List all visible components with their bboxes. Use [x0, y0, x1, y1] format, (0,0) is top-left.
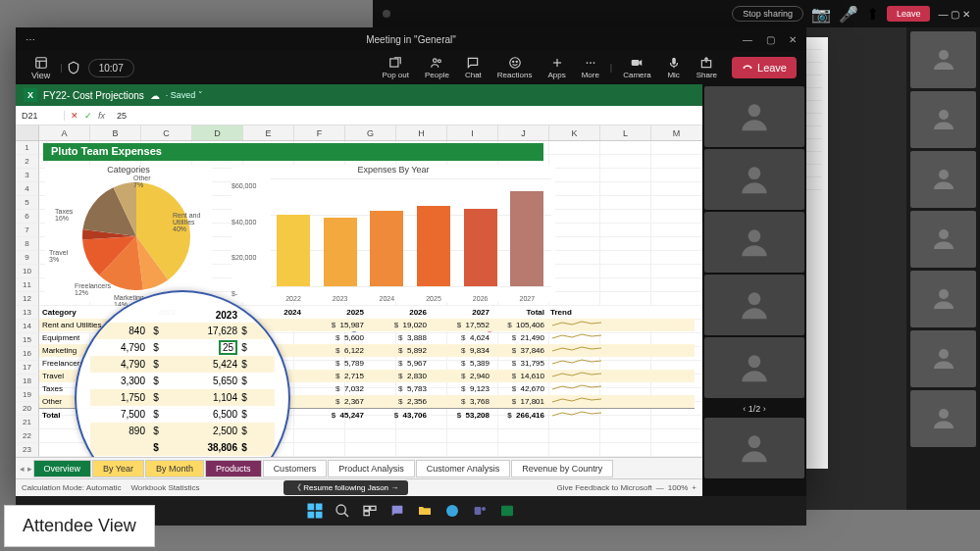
cell-total[interactable]: $ 21,490 [492, 331, 547, 344]
fx-icon[interactable]: fx [98, 111, 105, 121]
row-header[interactable]: 9 [16, 251, 39, 265]
row-header[interactable]: 16 [16, 347, 39, 361]
tab-products[interactable]: Products [205, 460, 262, 477]
video-tile[interactable] [704, 86, 804, 147]
cell-total[interactable]: $ 266,416 [492, 409, 547, 421]
col-header[interactable]: D [192, 125, 243, 140]
video-tile[interactable] [910, 390, 976, 447]
cell-value[interactable]: $ 3,888 [367, 331, 430, 344]
row-header[interactable]: 8 [16, 237, 39, 251]
col-header[interactable]: I [447, 125, 498, 140]
col-header[interactable]: F [294, 125, 345, 140]
zoom-out-icon[interactable]: — [656, 483, 664, 492]
formula-value[interactable]: 25 [111, 111, 132, 121]
workbook-stats[interactable]: Workbook Statistics [130, 483, 199, 492]
row-header[interactable]: 6 [16, 210, 39, 224]
leave-button[interactable]: Leave [732, 57, 797, 78]
col-header[interactable]: G [345, 125, 396, 140]
worksheet[interactable]: 1234567891011121314151617181920212223242… [16, 141, 702, 457]
share-icon[interactable]: ⬆ [866, 5, 879, 24]
row-header[interactable]: 4 [16, 182, 39, 196]
cell-value[interactable]: $ 2,715 [304, 370, 367, 382]
video-tile[interactable] [910, 91, 976, 148]
cell-value[interactable]: $ 5,600 [304, 331, 367, 344]
chat-button[interactable]: Chat [458, 56, 489, 79]
window-controls[interactable]: — ▢ ✕ [938, 9, 970, 20]
row-header[interactable]: 15 [16, 333, 39, 347]
name-box[interactable]: D21 [16, 111, 65, 121]
camera-button[interactable]: Camera [616, 56, 657, 79]
formula-bar[interactable]: D21 ✕ ✓ fx 25 [16, 106, 702, 125]
close-button[interactable]: ✕ [789, 34, 797, 45]
cell-value[interactable]: $ 5,783 [367, 382, 430, 395]
video-tile[interactable] [910, 211, 976, 268]
video-tile[interactable] [704, 275, 804, 335]
row-header[interactable]: 11 [16, 278, 39, 292]
cell-value[interactable]: $ 53,208 [430, 409, 492, 421]
popout-button[interactable]: Pop out [375, 56, 416, 79]
col-header[interactable]: E [243, 125, 294, 140]
mic-button[interactable]: Mic [660, 56, 688, 79]
row-header[interactable]: 18 [16, 375, 39, 388]
row-header[interactable]: 1 [16, 141, 39, 155]
cell-value[interactable]: $ 7,032 [304, 382, 367, 395]
col-header[interactable]: C [141, 125, 192, 140]
cell-value[interactable]: $ 9,123 [430, 382, 492, 395]
col-header[interactable]: K [549, 125, 600, 140]
teams-icon[interactable] [470, 501, 490, 521]
reactions-button[interactable]: Reactions [490, 56, 540, 79]
zoom-level[interactable]: 100% [668, 483, 688, 492]
video-tile[interactable] [910, 151, 976, 208]
edge-icon[interactable] [442, 501, 462, 521]
video-tile[interactable] [910, 271, 976, 327]
resume-following-button[interactable]: 《 Resume following Jason → [284, 480, 408, 495]
tab-nav-icon[interactable]: ◂ ▸ [20, 464, 32, 474]
task-view-icon[interactable] [360, 501, 380, 521]
more-button[interactable]: More [575, 56, 606, 79]
cell-total[interactable]: $ 17,801 [492, 395, 547, 408]
tab-by-year[interactable]: By Year [92, 460, 144, 477]
cell-value[interactable]: $ 4,624 [430, 331, 492, 344]
mic-icon[interactable]: 🎤 [839, 5, 858, 24]
camera-icon[interactable]: 📷 [811, 5, 831, 24]
tab-overview[interactable]: Overview [33, 460, 92, 477]
video-pager[interactable]: ‹ 1/2 › [704, 400, 804, 418]
video-tile[interactable] [704, 418, 804, 478]
row-header[interactable]: 12 [16, 292, 39, 306]
excel-taskbar-icon[interactable] [497, 501, 517, 521]
cell-value[interactable]: $ 5,967 [367, 357, 430, 370]
col-header[interactable]: A [39, 125, 90, 140]
cell-value[interactable]: $ 9,834 [430, 344, 492, 357]
video-tile[interactable] [704, 337, 804, 398]
cell-value[interactable]: $ 2,940 [430, 370, 492, 382]
search-icon[interactable] [333, 501, 352, 521]
row-header[interactable]: 17 [16, 361, 39, 375]
editing-cell[interactable]: 25 [219, 340, 237, 355]
cell-value[interactable]: $ 3,768 [430, 395, 492, 408]
maximize-button[interactable]: ▢ [766, 34, 775, 45]
row-header[interactable]: 20 [16, 402, 39, 416]
chat-icon[interactable] [387, 501, 407, 521]
tab-by-month[interactable]: By Month [145, 460, 204, 477]
cell-value[interactable]: $ 19,020 [367, 319, 430, 331]
apps-button[interactable]: Apps [541, 56, 572, 79]
video-tile[interactable] [704, 149, 804, 210]
cell-total[interactable]: $ 14,610 [492, 370, 547, 382]
cell-value[interactable]: $ 2,830 [367, 370, 430, 382]
row-header[interactable]: 5 [16, 196, 39, 210]
cell-value[interactable]: $ 15,987 [304, 319, 367, 331]
col-header[interactable]: B [90, 125, 141, 140]
col-header[interactable]: M [651, 125, 702, 140]
cell-value[interactable]: $ 17,552 [430, 319, 492, 331]
people-button[interactable]: People [418, 56, 456, 79]
row-header[interactable]: 2 [16, 155, 39, 169]
tab-product-analysis[interactable]: Product Analysis [328, 460, 415, 477]
video-tile[interactable] [910, 330, 976, 387]
bg-leave-button[interactable]: Leave [887, 6, 931, 22]
calc-mode[interactable]: Calculation Mode: Automatic [22, 483, 121, 492]
minimize-button[interactable]: — [743, 34, 752, 45]
cell-total[interactable]: $ 42,670 [492, 382, 547, 395]
video-tile[interactable] [704, 212, 804, 273]
cancel-icon[interactable]: ✕ [71, 111, 78, 121]
share-button[interactable]: Share [690, 56, 724, 79]
